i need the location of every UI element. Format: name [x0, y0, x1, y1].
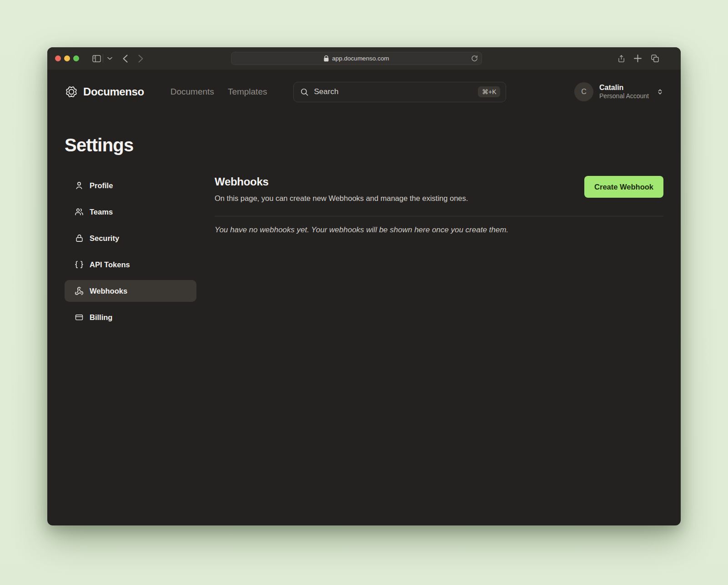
close-window-button[interactable]: [55, 55, 61, 61]
search-shortcut-badge: ⌘+K: [478, 86, 501, 97]
avatar: C: [574, 82, 593, 101]
traffic-lights: [55, 55, 79, 61]
search-box[interactable]: ⌘+K: [293, 82, 506, 102]
page-title: Settings: [65, 135, 663, 155]
sidebar-item-label: Webhooks: [90, 287, 127, 295]
back-icon: [123, 55, 128, 63]
desktop: { "browser": { "url": "app.documenso.com…: [0, 0, 728, 585]
credit-card-icon: [75, 313, 84, 321]
documenso-logo[interactable]: Documenso: [65, 85, 144, 99]
sidebar-menu-button[interactable]: [105, 47, 114, 70]
settings-page: Settings Profile Teams: [47, 135, 681, 333]
documenso-seal-icon: [65, 85, 78, 99]
chevron-up-down-icon: [657, 88, 663, 96]
nav-documents[interactable]: Documents: [171, 87, 214, 97]
empty-state-text: You have no webhooks yet. Your webhooks …: [215, 225, 663, 235]
chevron-down-icon: [107, 57, 112, 60]
sidebar-toggle-button[interactable]: [90, 47, 102, 70]
toolbar-separator: [103, 54, 103, 63]
share-button[interactable]: [614, 47, 628, 70]
panel-divider: [215, 216, 663, 216]
account-menu[interactable]: C Catalin Personal Account: [574, 82, 663, 101]
panel-description: On this page, you can create new Webhook…: [215, 194, 468, 203]
braces-icon: [75, 260, 84, 269]
back-button[interactable]: [119, 47, 131, 70]
sidebar-item-teams[interactable]: Teams: [65, 201, 196, 223]
sidebar-item-label: Teams: [90, 208, 113, 216]
sidebar-item-label: Security: [90, 234, 119, 243]
sidebar-item-profile[interactable]: Profile: [65, 175, 196, 196]
reload-icon[interactable]: [471, 55, 478, 62]
search-icon: [300, 88, 309, 96]
new-tab-button[interactable]: [631, 47, 644, 70]
sidebar-item-security[interactable]: Security: [65, 227, 196, 249]
forward-icon: [138, 55, 143, 63]
plus-icon: [634, 55, 642, 62]
sidebar-item-label: Profile: [90, 181, 113, 190]
minimize-window-button[interactable]: [64, 55, 70, 61]
app-header: Documenso Documents Templates ⌘+K C Cata…: [47, 70, 681, 114]
browser-window: app.documenso.com: [47, 47, 681, 525]
share-icon: [618, 54, 625, 63]
webhook-icon: [75, 286, 84, 296]
panel-title: Webhooks: [215, 175, 468, 188]
sidebar-item-label: API Tokens: [90, 260, 130, 269]
address-bar[interactable]: app.documenso.com: [231, 52, 482, 65]
url-text: app.documenso.com: [332, 55, 389, 62]
create-webhook-button[interactable]: Create Webhook: [584, 176, 663, 198]
nav-templates[interactable]: Templates: [228, 87, 267, 97]
user-icon: [75, 181, 84, 190]
account-type: Personal Account: [599, 92, 649, 100]
search-input[interactable]: [314, 87, 472, 96]
sidebar-item-api-tokens[interactable]: API Tokens: [65, 254, 196, 275]
sidebar-toggle-icon: [92, 55, 101, 62]
webhooks-panel: Webhooks On this page, you can create ne…: [215, 175, 663, 333]
sidebar-item-label: Billing: [90, 313, 112, 322]
settings-sidebar: Profile Teams Security: [65, 175, 196, 333]
brand-name: Documenso: [83, 85, 144, 98]
zoom-window-button[interactable]: [73, 55, 79, 61]
users-icon: [75, 207, 84, 216]
forward-button[interactable]: [135, 47, 146, 70]
tab-overview-button[interactable]: [648, 47, 662, 70]
account-name: Catalin: [599, 83, 649, 92]
lock-icon: [324, 55, 329, 62]
sidebar-item-webhooks[interactable]: Webhooks: [65, 280, 196, 302]
tabs-overview-icon: [651, 54, 659, 63]
top-nav: Documents Templates: [171, 87, 267, 97]
sidebar-item-billing[interactable]: Billing: [65, 306, 196, 328]
lock-icon: [75, 234, 84, 243]
browser-toolbar: app.documenso.com: [47, 47, 681, 70]
